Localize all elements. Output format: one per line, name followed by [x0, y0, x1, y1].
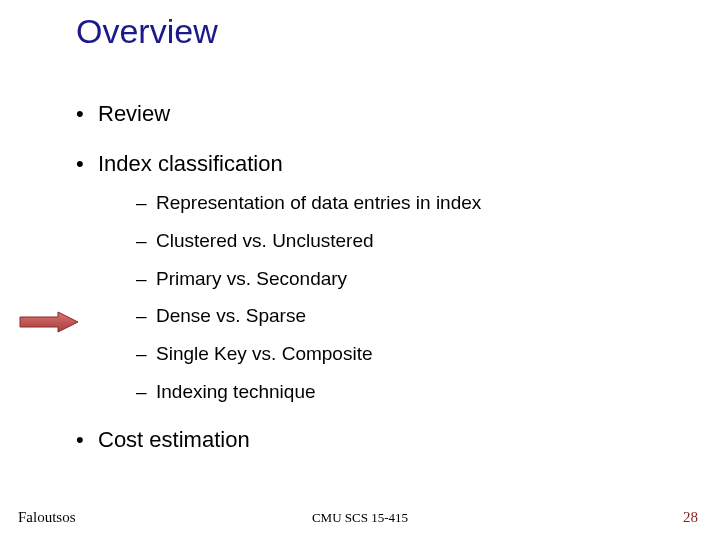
sub-indexing-technique: Indexing technique — [136, 380, 676, 404]
sub-text: Single Key vs. Composite — [156, 343, 373, 364]
sub-text: Representation of data entries in index — [156, 192, 481, 213]
bullet-index-classification: Index classification Representation of d… — [76, 150, 676, 404]
bullet-review: Review — [76, 100, 676, 128]
sub-representation: Representation of data entries in index — [136, 191, 676, 215]
bullet-text: Review — [98, 101, 170, 126]
sub-primary: Primary vs. Secondary — [136, 267, 676, 291]
sub-text: Dense vs. Sparse — [156, 305, 306, 326]
slide-title: Overview — [76, 12, 218, 51]
bullet-text: Index classification — [98, 151, 283, 176]
bullet-cost-estimation: Cost estimation — [76, 426, 676, 454]
sub-single-key: Single Key vs. Composite — [136, 342, 676, 366]
footer-course: CMU SCS 15-415 — [0, 510, 720, 526]
footer-page-number: 28 — [683, 509, 698, 526]
content-area: Review Index classification Representati… — [76, 100, 676, 475]
svg-marker-0 — [20, 312, 78, 332]
sub-text: Indexing technique — [156, 381, 316, 402]
sub-clustered: Clustered vs. Unclustered — [136, 229, 676, 253]
sub-dense: Dense vs. Sparse — [136, 304, 676, 328]
arrow-right-icon — [18, 310, 80, 334]
sub-text: Primary vs. Secondary — [156, 268, 347, 289]
sub-text: Clustered vs. Unclustered — [156, 230, 374, 251]
bullet-text: Cost estimation — [98, 427, 250, 452]
slide: Overview Review Index classification Rep… — [0, 0, 720, 540]
sub-list: Representation of data entries in index … — [98, 191, 676, 404]
